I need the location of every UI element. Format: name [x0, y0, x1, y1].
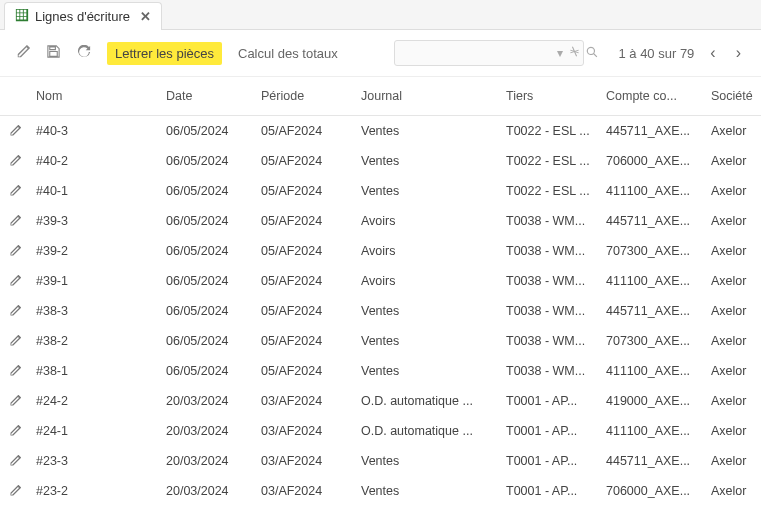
- cell-tiers: T0038 - WM...: [500, 332, 600, 350]
- cell-periode: 05/AF2024: [255, 332, 355, 350]
- cell-tiers: T0038 - WM...: [500, 362, 600, 380]
- cell-tiers: T0001 - AP...: [500, 482, 600, 500]
- cell-compte: 445711_AXE...: [600, 452, 705, 470]
- cell-journal: Ventes: [355, 332, 500, 350]
- cell-periode: 05/AF2024: [255, 212, 355, 230]
- table-row[interactable]: #39-306/05/202405/AF2024AvoirsT0038 - WM…: [0, 206, 761, 236]
- pager-text: 1 à 40 sur 79: [618, 46, 694, 61]
- grid-icon: [15, 8, 29, 25]
- row-edit-icon[interactable]: [0, 393, 30, 409]
- grid-body: #40-306/05/202405/AF2024VentesT0022 - ES…: [0, 116, 761, 514]
- cell-societe: Axelor: [705, 152, 760, 170]
- row-edit-icon[interactable]: [0, 363, 30, 379]
- table-row[interactable]: #23-220/03/202403/AF2024VentesT0001 - AP…: [0, 476, 761, 506]
- cell-date: 06/05/2024: [160, 362, 255, 380]
- cell-tiers: T0022 - ESL ...: [500, 152, 600, 170]
- cell-journal: Ventes: [355, 122, 500, 140]
- cell-nom: #40-1: [30, 182, 160, 200]
- row-edit-icon[interactable]: [0, 153, 30, 169]
- cell-societe: Axelor: [705, 422, 760, 440]
- cell-nom: #40-2: [30, 152, 160, 170]
- cell-periode: 05/AF2024: [255, 242, 355, 260]
- cell-periode: 05/AF2024: [255, 302, 355, 320]
- edit-button[interactable]: [16, 45, 30, 62]
- table-row[interactable]: #38-106/05/202405/AF2024VentesT0038 - WM…: [0, 356, 761, 386]
- cell-compte: 707300_AXE...: [600, 242, 705, 260]
- cell-compte: 419000_AXE...: [600, 392, 705, 410]
- col-journal[interactable]: Journal: [355, 85, 500, 107]
- cell-tiers: T0001 - AP...: [500, 422, 600, 440]
- cell-date: 06/05/2024: [160, 122, 255, 140]
- cell-journal: O.D. automatique ...: [355, 392, 500, 410]
- cell-periode: 03/AF2024: [255, 452, 355, 470]
- cell-journal: Ventes: [355, 302, 500, 320]
- pager-next[interactable]: ›: [732, 44, 745, 62]
- col-compte[interactable]: Compte co...: [600, 85, 705, 107]
- cell-periode: 03/AF2024: [255, 482, 355, 500]
- cell-compte: 706000_AXE...: [600, 482, 705, 500]
- cell-journal: Ventes: [355, 152, 500, 170]
- cell-compte: 445711_AXE...: [600, 122, 705, 140]
- col-societe[interactable]: Société: [705, 85, 760, 107]
- cell-periode: 05/AF2024: [255, 272, 355, 290]
- search-box[interactable]: ▾: [394, 40, 584, 66]
- cell-nom: #38-3: [30, 302, 160, 320]
- row-edit-icon[interactable]: [0, 243, 30, 259]
- cell-journal: Ventes: [355, 182, 500, 200]
- cell-journal: Ventes: [355, 362, 500, 380]
- col-nom[interactable]: Nom: [30, 85, 160, 107]
- cell-societe: Axelor: [705, 362, 760, 380]
- table-row[interactable]: #38-306/05/202405/AF2024VentesT0038 - WM…: [0, 296, 761, 326]
- dropdown-icon[interactable]: ▾: [557, 46, 563, 60]
- col-date[interactable]: Date: [160, 85, 255, 107]
- refresh-button[interactable]: [77, 45, 91, 62]
- cell-periode: 05/AF2024: [255, 152, 355, 170]
- search-icon[interactable]: [586, 46, 598, 61]
- cell-journal: Ventes: [355, 482, 500, 500]
- table-row[interactable]: #24-120/03/202403/AF2024O.D. automatique…: [0, 416, 761, 446]
- row-edit-icon[interactable]: [0, 483, 30, 499]
- col-tiers[interactable]: Tiers: [500, 85, 600, 107]
- table-row[interactable]: #40-306/05/202405/AF2024VentesT0022 - ES…: [0, 116, 761, 146]
- pager: 1 à 40 sur 79 ‹ ›: [618, 44, 745, 62]
- cell-date: 06/05/2024: [160, 272, 255, 290]
- row-edit-icon[interactable]: [0, 333, 30, 349]
- row-edit-icon[interactable]: [0, 213, 30, 229]
- cell-periode: 05/AF2024: [255, 362, 355, 380]
- row-edit-icon[interactable]: [0, 453, 30, 469]
- search-input[interactable]: [401, 46, 551, 60]
- table-row[interactable]: #40-106/05/202405/AF2024VentesT0022 - ES…: [0, 176, 761, 206]
- cell-date: 06/05/2024: [160, 242, 255, 260]
- row-edit-icon[interactable]: [0, 123, 30, 139]
- cell-societe: Axelor: [705, 212, 760, 230]
- table-row[interactable]: #40-206/05/202405/AF2024VentesT0022 - ES…: [0, 146, 761, 176]
- table-row[interactable]: #23-320/03/202403/AF2024VentesT0001 - AP…: [0, 446, 761, 476]
- save-button[interactable]: [46, 44, 61, 62]
- grid-header: Nom Date Période Journal Tiers Compte co…: [0, 77, 761, 116]
- row-edit-icon[interactable]: [0, 423, 30, 439]
- cell-nom: #24-2: [30, 392, 160, 410]
- cell-journal: Avoirs: [355, 272, 500, 290]
- cell-tiers: T0001 - AP...: [500, 392, 600, 410]
- cell-tiers: T0022 - ESL ...: [500, 182, 600, 200]
- table-row[interactable]: #38-206/05/202405/AF2024VentesT0038 - WM…: [0, 326, 761, 356]
- tab-lignes-ecriture[interactable]: Lignes d'écriture ✕: [4, 2, 162, 30]
- clear-icon[interactable]: [569, 46, 580, 60]
- calcul-totaux-button[interactable]: Calcul des totaux: [238, 46, 338, 61]
- table-row[interactable]: #39-206/05/202405/AF2024AvoirsT0038 - WM…: [0, 236, 761, 266]
- pager-prev[interactable]: ‹: [706, 44, 719, 62]
- cell-periode: 05/AF2024: [255, 182, 355, 200]
- row-edit-icon[interactable]: [0, 273, 30, 289]
- lettrer-pieces-button[interactable]: Lettrer les pièces: [107, 42, 222, 65]
- tab-bar: Lignes d'écriture ✕: [0, 0, 761, 30]
- cell-nom: #39-1: [30, 272, 160, 290]
- table-row[interactable]: #24-220/03/202403/AF2024O.D. automatique…: [0, 386, 761, 416]
- row-edit-icon[interactable]: [0, 303, 30, 319]
- col-periode[interactable]: Période: [255, 85, 355, 107]
- cell-periode: 05/AF2024: [255, 122, 355, 140]
- row-edit-icon[interactable]: [0, 183, 30, 199]
- close-icon[interactable]: ✕: [140, 9, 151, 24]
- table-row[interactable]: #39-106/05/202405/AF2024AvoirsT0038 - WM…: [0, 266, 761, 296]
- cell-societe: Axelor: [705, 332, 760, 350]
- cell-societe: Axelor: [705, 182, 760, 200]
